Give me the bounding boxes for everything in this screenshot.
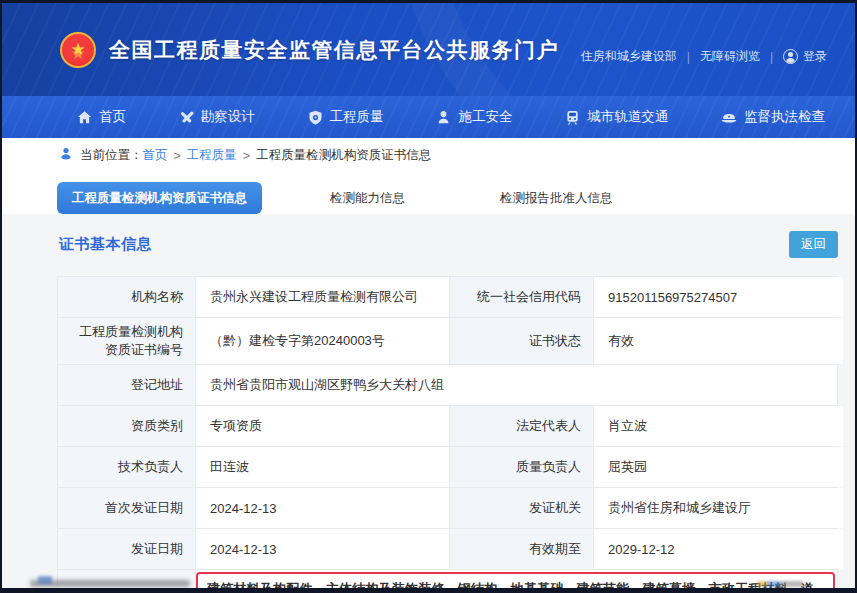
field-value: 贵州省贵阳市观山湖区野鸭乡大关村八组 bbox=[196, 365, 837, 405]
breadcrumb-separator: > bbox=[243, 149, 250, 163]
nav-item-survey-design[interactable]: 勘察设计 bbox=[179, 108, 255, 126]
location-person-icon bbox=[59, 147, 73, 164]
main-nav: 首页 勘察设计 工程质量 施工安全 bbox=[2, 96, 855, 138]
breadcrumb-separator: > bbox=[174, 149, 181, 163]
cutoff-footer-artifact bbox=[38, 576, 52, 584]
header-separator: | bbox=[770, 50, 773, 64]
safety-worker-icon bbox=[436, 110, 451, 125]
table-row: 登记地址 贵州省贵阳市观山湖区野鸭乡大关村八组 bbox=[58, 365, 837, 406]
field-label: 发证机关 bbox=[450, 488, 594, 528]
page-title: 证书基本信息 bbox=[59, 235, 152, 254]
field-value: 2029-12-12 bbox=[594, 529, 843, 569]
breadcrumb-current: 工程质量检测机构资质证书信息 bbox=[256, 147, 431, 164]
tab-certificate-info[interactable]: 工程质量检测机构资质证书信息 bbox=[57, 182, 262, 214]
field-label: 资质类别 bbox=[58, 406, 196, 446]
nav-label: 城市轨道交通 bbox=[587, 108, 668, 126]
field-label: 统一社会信用代码 bbox=[450, 277, 594, 317]
quality-shield-icon bbox=[308, 110, 323, 125]
field-value: 2024-12-13 bbox=[196, 488, 450, 528]
field-value: 915201156975274507 bbox=[594, 277, 843, 317]
field-label: 机构名称 bbox=[58, 277, 196, 317]
login-label: 登录 bbox=[803, 48, 827, 65]
accessibility-link[interactable]: 无障碍浏览 bbox=[700, 48, 760, 65]
site-title: 全国工程质量安全监管信息平台公共服务门户 bbox=[109, 36, 559, 64]
home-icon bbox=[77, 110, 92, 125]
field-label: 法定代表人 bbox=[450, 406, 594, 446]
table-row: 首次发证日期 2024-12-13 发证机关 贵州省住房和城乡建设厅 bbox=[58, 488, 837, 529]
field-label: 质量负责人 bbox=[450, 447, 594, 487]
breadcrumb-prefix: 当前位置： bbox=[80, 147, 143, 164]
site-header: ★ 全国工程质量安全监管信息平台公共服务门户 住房和城乡建设部 | 无障碍浏览 … bbox=[2, 3, 855, 96]
table-row: 机构名称 贵州永兴建设工程质量检测有限公司 统一社会信用代码 915201156… bbox=[58, 277, 837, 318]
breadcrumb-home[interactable]: 首页 bbox=[143, 147, 168, 164]
nav-label: 施工安全 bbox=[458, 108, 512, 126]
ministry-link[interactable]: 住房和城乡建设部 bbox=[581, 48, 677, 65]
field-label: 技术负责人 bbox=[58, 447, 196, 487]
field-label: 首次发证日期 bbox=[58, 488, 196, 528]
header-separator: | bbox=[687, 50, 690, 64]
metro-train-icon bbox=[565, 110, 580, 125]
field-label: 证书状态 bbox=[450, 318, 594, 364]
cutoff-footer-artifact bbox=[30, 580, 190, 587]
field-value: 专项资质 bbox=[196, 406, 450, 446]
user-icon bbox=[783, 49, 798, 64]
nav-item-construction-safety[interactable]: 施工安全 bbox=[436, 108, 512, 126]
certificate-table: 机构名称 贵州永兴建设工程质量检测有限公司 统一社会信用代码 915201156… bbox=[57, 276, 838, 593]
page-frame: ★ 全国工程质量安全监管信息平台公共服务门户 住房和城乡建设部 | 无障碍浏览 … bbox=[0, 0, 857, 593]
field-value: 有效 bbox=[594, 318, 843, 364]
nav-label: 监督执法检查 bbox=[744, 108, 825, 126]
content-panel: 证书基本信息 返回 机构名称 贵州永兴建设工程质量检测有限公司 统一社会信用代码… bbox=[2, 214, 855, 593]
law-enforcement-icon bbox=[721, 110, 737, 125]
nav-item-home[interactable]: 首页 bbox=[77, 108, 126, 126]
nav-label: 工程质量 bbox=[330, 108, 384, 126]
tab-report-approvers[interactable]: 检测报告批准人信息 bbox=[500, 182, 613, 214]
field-value: 建筑材料及构配件、主体结构及装饰装修、钢结构、地基基础、建筑节能、建筑幕墙、市政… bbox=[196, 570, 837, 593]
field-value: （黔）建检专字第20240003号 bbox=[196, 318, 450, 364]
nav-item-urban-rail[interactable]: 城市轨道交通 bbox=[565, 108, 668, 126]
field-value: 贵州省住房和城乡建设厅 bbox=[594, 488, 843, 528]
nav-label: 首页 bbox=[99, 108, 126, 126]
field-label: 发证日期 bbox=[58, 529, 196, 569]
field-label: 有效期至 bbox=[450, 529, 594, 569]
field-value: 肖立波 bbox=[594, 406, 843, 446]
back-button[interactable]: 返回 bbox=[789, 231, 838, 258]
field-value: 贵州永兴建设工程质量检测有限公司 bbox=[196, 277, 450, 317]
table-row: 工程质量检测机构资质证书编号 （黔）建检专字第20240003号 证书状态 有效 bbox=[58, 318, 837, 365]
nav-label: 勘察设计 bbox=[201, 108, 255, 126]
detection-specialties-highlight: 建筑材料及构配件、主体结构及装饰装修、钢结构、地基基础、建筑节能、建筑幕墙、市政… bbox=[196, 572, 835, 593]
breadcrumb-project-quality[interactable]: 工程质量 bbox=[187, 147, 237, 164]
design-tools-icon bbox=[179, 110, 194, 125]
nav-item-project-quality[interactable]: 工程质量 bbox=[308, 108, 384, 126]
tab-testing-capability[interactable]: 检测能力信息 bbox=[330, 182, 405, 214]
field-value: 2024-12-13 bbox=[196, 529, 450, 569]
table-row: 资质类别 专项资质 法定代表人 肖立波 bbox=[58, 406, 837, 447]
field-value: 屈英园 bbox=[594, 447, 843, 487]
field-label: 登记地址 bbox=[58, 365, 196, 405]
table-row: 技术负责人 田连波 质量负责人 屈英园 bbox=[58, 447, 837, 488]
field-value: 田连波 bbox=[196, 447, 450, 487]
national-emblem-icon: ★ bbox=[60, 32, 96, 68]
cutoff-footer-artifact bbox=[757, 581, 803, 587]
breadcrumb: 当前位置： 首页 > 工程质量 > 工程质量检测机构资质证书信息 bbox=[2, 138, 855, 173]
field-label: 工程质量检测机构资质证书编号 bbox=[58, 318, 196, 364]
login-button[interactable]: 登录 bbox=[783, 48, 827, 65]
tab-bar: 工程质量检测机构资质证书信息 检测能力信息 检测报告批准人信息 bbox=[2, 173, 855, 214]
table-row: 发证日期 2024-12-13 有效期至 2029-12-12 bbox=[58, 529, 837, 570]
nav-item-law-enforcement[interactable]: 监督执法检查 bbox=[721, 108, 825, 126]
